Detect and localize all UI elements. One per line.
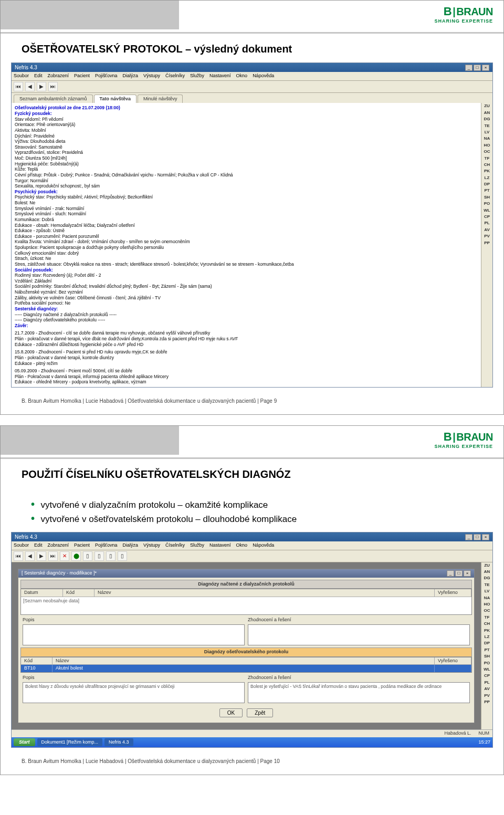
sidebar-code[interactable]: TE [481, 123, 492, 129]
tool-icon[interactable]: ▯ [106, 551, 116, 561]
col-date[interactable]: Datum [21, 589, 63, 597]
sidebar-code[interactable]: PV [481, 693, 492, 699]
nav-last-icon[interactable]: ⏭ [48, 82, 58, 91]
tool-icon[interactable]: ▯ [94, 551, 104, 561]
sidebar-code[interactable]: NA [481, 595, 492, 601]
nav-first-icon[interactable]: ⏮ [14, 551, 23, 561]
sidebar-code[interactable]: AV [481, 227, 492, 233]
sidebar-code[interactable]: SH [481, 653, 492, 660]
sidebar-code[interactable]: LV [481, 588, 492, 594]
sidebar-code[interactable]: AN [481, 110, 492, 116]
sidebar-code[interactable]: PO [481, 660, 492, 666]
col-code[interactable]: Kód [21, 657, 52, 665]
menu-item[interactable]: Služby [190, 542, 204, 549]
sidebar-code[interactable]: CH [481, 621, 492, 627]
nav-next-icon[interactable]: ▶ [37, 551, 46, 561]
menu-item[interactable]: Služby [190, 73, 204, 79]
menu-item[interactable]: Zobrazení [48, 73, 69, 79]
nav-next-icon[interactable]: ▶ [37, 82, 46, 91]
col-code[interactable]: Kód [63, 589, 94, 597]
menu-item[interactable]: Výstupy [143, 542, 160, 549]
sidebar-code[interactable]: PL [481, 220, 492, 226]
sidebar-code[interactable]: TF [481, 155, 492, 162]
sidebar-code[interactable]: WL [481, 207, 492, 214]
menu-item[interactable]: Nastavení [209, 542, 231, 549]
sidebar-code[interactable]: NA [481, 135, 492, 142]
sidebar-code[interactable]: SH [481, 194, 492, 201]
menu-item[interactable]: Číselníky [165, 73, 185, 79]
menu-item[interactable]: Soubor [14, 73, 29, 79]
col-name[interactable]: Název [94, 589, 435, 597]
menu-item[interactable]: Nápověda [253, 73, 274, 79]
sidebar-code[interactable]: ZU [481, 103, 492, 109]
sidebar-code[interactable]: AV [481, 686, 492, 692]
sidebar-code[interactable]: DG [481, 575, 492, 581]
nav-last-icon[interactable]: ⏭ [48, 551, 58, 561]
sidebar-code[interactable]: DP [481, 181, 492, 187]
sidebar-code[interactable]: AN [481, 569, 492, 575]
menu-item[interactable]: Dialýza [123, 542, 139, 549]
field-zhod-2[interactable]: Bolest je vyšetřující - VAS 5\nLékař inf… [248, 682, 470, 703]
grid-2[interactable]: Kód Název Vyřešeno BT10 Akutní bolest [20, 657, 472, 673]
sidebar-code[interactable]: LZ [481, 634, 492, 640]
menu-item[interactable]: Pojišťovna [95, 73, 117, 79]
sidebar-code[interactable]: OC [481, 608, 492, 614]
sidebar-code[interactable]: PT [481, 187, 492, 194]
sidebar-code[interactable]: LZ [481, 175, 492, 181]
field-popis-1[interactable] [23, 624, 245, 645]
sidebar-code[interactable]: CP [481, 673, 492, 679]
menu-item[interactable]: Nápověda [253, 542, 274, 549]
sidebar-code[interactable]: PK [481, 628, 492, 634]
sidebar-code[interactable]: PV [481, 233, 492, 239]
tab-current[interactable]: Tato návštěva [94, 95, 136, 103]
close-icon[interactable]: × [464, 570, 471, 577]
sidebar-code[interactable]: DP [481, 640, 492, 646]
sidebar-code[interactable]: TE [481, 582, 492, 588]
col-resolved[interactable]: Vyřešeno [435, 589, 471, 597]
cross-icon[interactable]: ✕ [60, 551, 69, 561]
menu-item[interactable]: Soubor [14, 542, 29, 549]
menu-item[interactable]: Okno [236, 542, 248, 549]
tool-icon[interactable]: ▯ [83, 551, 92, 561]
task-item[interactable]: Nefris 4.3 [104, 738, 133, 747]
sidebar-code[interactable]: HO [481, 142, 492, 149]
table-row[interactable]: BT10 Akutní bolest [21, 665, 471, 672]
menu-item[interactable]: Pojišťovna [95, 542, 117, 549]
sidebar-code[interactable]: OC [481, 149, 492, 155]
circle-icon[interactable]: ⬤ [71, 551, 81, 561]
menu-item[interactable]: Pacient [74, 542, 90, 549]
menu-item[interactable]: Zobrazení [48, 542, 69, 549]
nav-prev-icon[interactable]: ◀ [25, 551, 35, 561]
nav-first-icon[interactable]: ⏮ [14, 82, 23, 91]
maximize-icon[interactable]: □ [474, 65, 481, 71]
task-item[interactable]: Dokument1 [Režim komp... [37, 738, 103, 747]
sidebar-code[interactable]: CP [481, 214, 492, 220]
menu-item[interactable]: Dialýza [123, 73, 139, 79]
sidebar-code[interactable]: TF [481, 614, 492, 621]
menu-item[interactable]: Nastavení [209, 73, 231, 79]
sidebar-code[interactable]: PL [481, 680, 492, 686]
col-name[interactable]: Název [52, 657, 435, 665]
menu-item[interactable]: Pacient [74, 73, 90, 79]
sidebar-code[interactable]: PK [481, 168, 492, 174]
minimize-icon[interactable]: _ [465, 65, 472, 71]
sidebar-code[interactable]: DG [481, 116, 492, 122]
sidebar-code[interactable]: LV [481, 129, 492, 135]
menu-item[interactable]: Edit [34, 73, 43, 79]
ok-button[interactable]: OK [219, 708, 243, 717]
sidebar-code[interactable]: CH [481, 162, 492, 168]
field-popis-2[interactable]: Bolest hlavy z důvodu vysoké ultrafiltra… [23, 682, 245, 703]
col-resolved[interactable]: Vyřešeno [435, 657, 471, 665]
tab-past[interactable]: Minulé návštěvy [138, 95, 183, 103]
close-icon[interactable]: × [482, 65, 489, 71]
menu-item[interactable]: Číselníky [165, 542, 185, 549]
sidebar-code[interactable]: PO [481, 201, 492, 207]
sidebar-code[interactable]: PP [481, 699, 492, 705]
sidebar-code[interactable]: WL [481, 666, 492, 673]
maximize-icon[interactable]: □ [455, 570, 463, 577]
close-icon[interactable]: × [482, 534, 489, 540]
minimize-icon[interactable]: _ [465, 534, 472, 540]
maximize-icon[interactable]: □ [474, 534, 481, 540]
minimize-icon[interactable]: _ [447, 570, 454, 577]
menu-item[interactable]: Edit [34, 542, 43, 549]
